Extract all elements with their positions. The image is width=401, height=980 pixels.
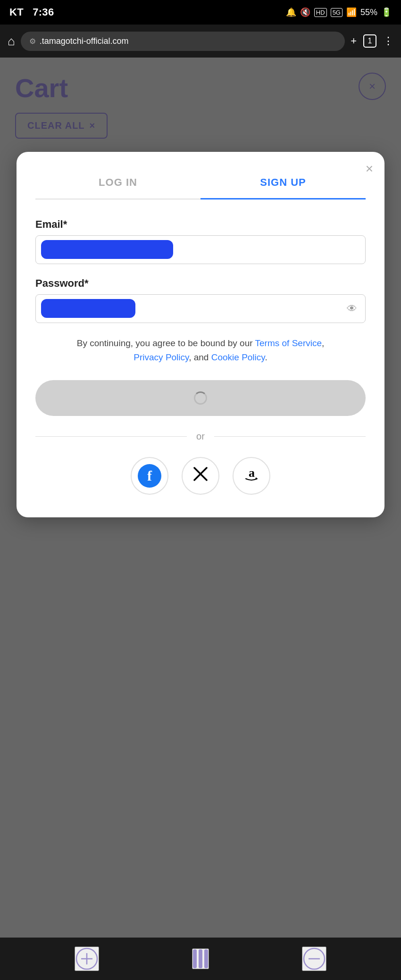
browser-chrome: ⌂ ⚙ .tamagotchi-official.com + 1 ⋮ [0, 25, 401, 58]
email-input[interactable] [35, 235, 366, 264]
cookie-policy-link[interactable]: Cookie Policy [211, 352, 265, 362]
or-divider: or [35, 431, 366, 442]
url-text[interactable]: .tamagotchi-official.com [40, 36, 129, 46]
loading-spinner [194, 391, 207, 405]
password-input-wrapper: 👁 [35, 294, 366, 323]
minus-circle-icon [303, 947, 326, 970]
email-input-wrapper [35, 235, 366, 264]
status-bar: KT 7:36 🔔 🔇 HD 5G 📶 55% 🔋 [0, 0, 401, 25]
amazon-login-button[interactable]: a [233, 457, 270, 495]
auth-modal: × LOG IN SIGN UP Email* [17, 152, 384, 517]
add-tab-button[interactable] [75, 947, 99, 971]
terms-of-service-link[interactable]: Terms of Service [255, 338, 322, 348]
more-menu-button[interactable]: ⋮ [383, 35, 393, 47]
svg-text:a: a [249, 466, 255, 480]
auth-tabs: LOG IN SIGN UP [35, 167, 366, 199]
tab-signup[interactable]: SIGN UP [200, 167, 366, 199]
mute-icon: 🔇 [300, 7, 310, 17]
modal-overlay: × LOG IN SIGN UP Email* [0, 58, 401, 980]
plus-circle-icon [75, 947, 98, 970]
social-login-buttons: f a [35, 457, 366, 495]
tab-count-button[interactable]: 1 [363, 34, 376, 48]
5g-icon: 5G [331, 8, 343, 17]
bottom-bar [0, 938, 401, 980]
x-login-button[interactable] [182, 457, 219, 495]
password-label: Password* [35, 277, 366, 290]
email-label: Email* [35, 218, 366, 231]
hd-icon: HD [314, 8, 327, 17]
facebook-login-button[interactable]: f [131, 457, 168, 495]
submit-button[interactable] [35, 380, 366, 416]
terms-text: By continuing, you agree to be bound by … [35, 336, 366, 365]
email-form-group: Email* [35, 218, 366, 264]
url-bar[interactable]: ⚙ .tamagotchi-official.com [21, 32, 345, 51]
status-indicators: 🔔 🔇 HD 5G 📶 55% 🔋 [286, 7, 392, 17]
or-text: or [196, 431, 205, 442]
password-form-group: Password* 👁 [35, 277, 366, 323]
password-input[interactable] [35, 294, 366, 323]
modal-close-icon: × [366, 161, 373, 176]
tabs-overview-button[interactable] [192, 948, 209, 969]
x-icon [192, 466, 209, 485]
browser-actions: + 1 ⋮ [351, 34, 393, 48]
home-button[interactable]: ⌂ [8, 34, 15, 49]
tab-login[interactable]: LOG IN [35, 167, 200, 199]
remove-tab-button[interactable] [302, 947, 326, 971]
facebook-icon: f [138, 464, 161, 488]
battery-icon: 🔋 [381, 7, 392, 17]
amazon-icon: a [242, 465, 261, 487]
divider-line-left [35, 436, 187, 437]
privacy-policy-link[interactable]: Privacy Policy [134, 352, 189, 362]
alarm-icon: 🔔 [286, 7, 296, 17]
modal-close-button[interactable]: × [366, 161, 373, 176]
lock-icon: ⚙ [29, 37, 36, 46]
battery-label: 55% [360, 8, 377, 17]
grid-icon [193, 949, 208, 968]
divider-line-right [214, 436, 366, 437]
carrier-time: KT 7:36 [9, 6, 54, 18]
page-background: Cart × CLEAR ALL × × LOG IN SIGN UP [0, 58, 401, 980]
password-toggle-icon[interactable]: 👁 [347, 303, 357, 315]
signal-icon: 📶 [346, 7, 357, 17]
new-tab-button[interactable]: + [351, 35, 357, 47]
